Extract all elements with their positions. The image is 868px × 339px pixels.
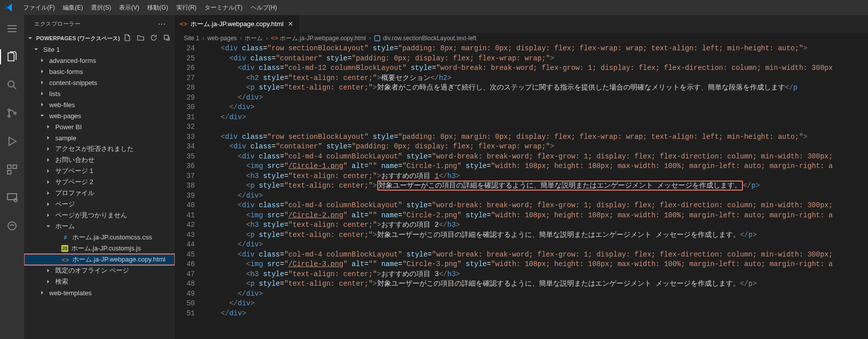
svg-point-9 [8,222,16,230]
chevron-right-icon [44,278,52,286]
tree-file[interactable]: <>ホーム.ja-JP.webpage.copy.html [24,254,175,265]
chevron-down-icon [44,222,52,230]
tree-folder[interactable]: sample [24,132,175,143]
more-icon[interactable]: ⋯ [158,19,166,29]
tree-folder[interactable]: lists [24,88,175,99]
chevron-right-icon [38,90,46,98]
vscode-logo-icon [4,2,15,13]
tree-folder[interactable]: ホーム [24,221,175,232]
tree-folder[interactable]: advanced-forms [24,55,175,66]
breadcrumb[interactable]: Site 1 › web-pages › ホーム › <> ホーム.ja-JP.… [175,33,868,44]
tree-folder[interactable]: プロファイル [24,188,175,199]
collapse-all-icon[interactable] [163,34,171,43]
breadcrumb-part[interactable]: ホーム [245,34,263,43]
tree-folder[interactable]: サブページ 2 [24,177,175,188]
breadcrumb-part[interactable]: web-pages [207,35,237,42]
menu-item[interactable]: ターミナル(T) [200,2,246,14]
html-file-icon: <> [180,20,187,28]
tree-folder[interactable]: アクセスが拒否されました [24,143,175,154]
menu-item[interactable]: 表示(V) [115,2,143,14]
tree-folder[interactable]: web-files [24,99,175,110]
run-debug-icon[interactable] [0,133,24,150]
tree-file[interactable]: JSホーム.ja-JP.customjs.js [24,243,175,254]
breadcrumb-part[interactable]: ホーム.ja-JP.webpage.copy.html [280,34,366,43]
close-icon[interactable]: ✕ [286,20,294,28]
menu-item[interactable]: 移動(G) [143,2,172,14]
tree-folder[interactable]: web-templates [24,287,175,298]
tree-folder[interactable]: 既定のオフライン ページ [24,265,175,276]
tree-folder[interactable]: Site 1 [24,44,175,55]
power-pages-icon[interactable] [0,217,24,234]
tree-folder[interactable]: サブページ 1 [24,165,175,177]
tree-label: ページが見つかりません [55,211,127,220]
chevron-right-icon: › [265,35,269,42]
menu-item[interactable]: 選択(S) [87,2,115,14]
tree-label: サブページ 1 [55,166,93,176]
svg-rect-10 [164,35,168,39]
tree-folder[interactable]: web-pages [24,110,175,121]
tree-label: web-templates [49,289,92,297]
tree-label: ホーム [55,222,75,231]
chevron-right-icon [44,200,52,208]
code-editor[interactable]: 2425262728293031323334353637383940414243… [175,44,868,339]
menu-item[interactable]: ファイル(F) [19,2,59,14]
menu-item[interactable]: 実行(R) [172,2,201,14]
remote-icon[interactable] [0,189,24,206]
tree-label: アクセスが拒否されました [55,144,134,153]
tree-label: サブページ 2 [55,178,93,187]
svg-point-1 [8,109,10,111]
tree-folder[interactable]: content-snippets [24,77,175,88]
explorer-title-label: エクスプローラー [34,20,80,28]
tree-label: 検索 [55,277,68,286]
tree-folder[interactable]: Power BI [24,121,175,132]
tree-folder[interactable]: ページが見つかりません [24,210,175,221]
tree-label: ページ [55,200,75,209]
svg-rect-11 [375,36,380,41]
tree-folder[interactable]: 検索 [24,276,175,287]
chevron-right-icon [44,134,52,142]
chevron-right-icon [44,267,52,275]
source-control-icon[interactable] [0,105,24,122]
breadcrumb-part[interactable]: div.row.sectionBlockLayout.text-left [383,35,476,42]
tree-file[interactable]: #ホーム.ja-JP.customcss.css [24,232,175,243]
editor-group: <> ホーム.ja-JP.webpage.copy.html ✕ Site 1 … [175,15,868,339]
chevron-right-icon [44,156,52,164]
breadcrumb-part[interactable]: Site 1 [184,35,199,42]
html-file-icon: <> [271,35,278,42]
tree-folder[interactable]: お問い合わせ [24,154,175,165]
explorer-icon[interactable] [0,48,24,65]
menu-icon[interactable] [0,20,24,37]
chevron-right-icon [44,145,52,153]
tree-label: lists [49,90,60,98]
chevron-right-icon [44,167,52,175]
html-file-icon: <> [61,256,69,264]
menu-item[interactable]: 編集(E) [59,2,87,14]
code-content[interactable]: <div class="row sectionBlockLayout" styl… [204,44,868,339]
tree-label: ホーム.ja-JP.customcss.css [72,233,152,242]
tree-folder[interactable]: basic-forms [24,66,175,77]
workspace-section-header[interactable]: POWERPAGES (ワークスペース) [24,33,175,44]
tree-label: ホーム.ja-JP.customjs.js [71,244,141,253]
refresh-icon[interactable] [150,34,158,43]
svg-rect-6 [8,171,11,174]
new-file-icon[interactable] [124,34,132,43]
tree-label: advanced-forms [49,57,96,64]
new-folder-icon[interactable] [137,34,145,43]
activity-bar [0,15,24,339]
tab-active[interactable]: <> ホーム.ja-JP.webpage.copy.html ✕ [175,15,300,33]
tree-folder[interactable]: ページ [24,199,175,210]
file-tree[interactable]: Site 1advanced-formsbasic-formscontent-s… [24,44,175,339]
chevron-right-icon [38,101,46,109]
tree-label: web-files [49,101,75,109]
chevron-right-icon [44,211,52,219]
chevron-right-icon [44,123,52,131]
tree-label: ホーム.ja-JP.webpage.copy.html [72,255,165,264]
line-gutter: 2425262728293031323334353637383940414243… [175,44,204,339]
search-icon[interactable] [0,76,24,94]
chevron-right-icon [38,67,46,75]
chevron-down-icon [26,34,34,42]
chevron-right-icon [44,178,52,186]
extensions-icon[interactable] [0,161,24,178]
symbol-icon [374,35,381,42]
menu-item[interactable]: ヘルプ(H) [247,2,281,14]
